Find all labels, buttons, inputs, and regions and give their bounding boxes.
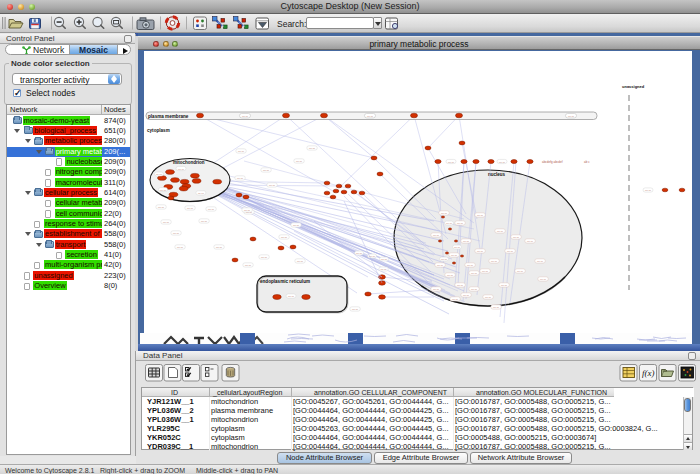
svg-text:ab cd: ab cd — [448, 161, 455, 164]
svg-text:ab cd: ab cd — [477, 214, 484, 217]
svg-text:ab cd: ab cd — [261, 256, 268, 259]
svg-text:cytoplasm: cytoplasm — [147, 128, 170, 133]
svg-text:ab cd: ab cd — [537, 260, 544, 263]
svg-text:ab cd: ab cd — [433, 288, 440, 291]
svg-text:ab c: ab c — [584, 160, 590, 164]
svg-text:ab cd: ab cd — [645, 189, 652, 192]
svg-text:ab cd: ab cd — [447, 274, 454, 277]
svg-text:ab cd: ab cd — [452, 298, 459, 301]
svg-text:plasma membrane: plasma membrane — [148, 114, 189, 119]
svg-text:ab cd: ab cd — [499, 161, 506, 164]
svg-text:ab cd: ab cd — [297, 260, 304, 263]
svg-text:ab cd: ab cd — [187, 207, 194, 210]
svg-text:ab cd: ab cd — [296, 160, 303, 163]
svg-text:ab cd: ab cd — [309, 147, 316, 150]
svg-text:ab cd: ab cd — [381, 268, 388, 271]
svg-text:ab cd: ab cd — [451, 254, 458, 257]
svg-text:ab cd: ab cd — [513, 236, 520, 239]
svg-text:ab cd: ab cd — [281, 236, 288, 239]
svg-text:ab cd: ab cd — [352, 308, 359, 311]
svg-text:nucleus: nucleus — [488, 172, 506, 177]
svg-text:ab cd: ab cd — [163, 221, 170, 224]
svg-text:ab cd: ab cd — [471, 272, 478, 275]
svg-text:ab cd: ab cd — [201, 220, 208, 223]
svg-text:ab cd: ab cd — [457, 284, 464, 287]
svg-text:ab cd: ab cd — [568, 115, 575, 118]
svg-text:ab cd: ab cd — [367, 115, 374, 118]
svg-text:ab cd: ab cd — [244, 209, 251, 212]
svg-text:ab cd: ab cd — [527, 240, 534, 243]
svg-text:ab cd: ab cd — [237, 177, 244, 180]
svg-text:ab cd: ab cd — [433, 234, 440, 237]
svg-text:ab cd: ab cd — [238, 150, 245, 153]
svg-text:abcdefg abcdef: abcdefg abcdef — [542, 160, 563, 164]
svg-text:ab cd: ab cd — [471, 288, 478, 291]
svg-text:ab cd: ab cd — [177, 246, 184, 249]
svg-text:ab cd: ab cd — [457, 222, 464, 225]
svg-text:endoplasmic reticulum: endoplasmic reticulum — [260, 279, 310, 284]
svg-text:ab cd: ab cd — [245, 264, 252, 267]
svg-text:ab cd: ab cd — [485, 296, 492, 299]
svg-text:ab cd: ab cd — [437, 264, 444, 267]
svg-text:ab cd: ab cd — [540, 278, 547, 281]
svg-text:ab cd: ab cd — [441, 212, 448, 215]
svg-text:ab cd: ab cd — [477, 250, 484, 253]
svg-text:ab cd: ab cd — [463, 294, 470, 297]
svg-text:ab cd: ab cd — [454, 246, 461, 249]
svg-text:mitochondrion: mitochondrion — [173, 160, 205, 165]
svg-text:ab cd: ab cd — [482, 270, 489, 273]
svg-text:ab cd: ab cd — [517, 270, 524, 273]
svg-text:ab cd: ab cd — [173, 232, 180, 235]
svg-text:f(x): f(x) — [642, 368, 655, 378]
svg-text:ab cd: ab cd — [269, 184, 276, 187]
svg-text:ab cd: ab cd — [491, 260, 498, 263]
svg-text:ab cd: ab cd — [208, 208, 215, 211]
svg-text:ab cd: ab cd — [467, 264, 474, 267]
svg-text:ab cd: ab cd — [501, 284, 508, 287]
svg-text:ab cd: ab cd — [158, 206, 165, 209]
svg-text:ab cd: ab cd — [160, 189, 167, 192]
svg-text:ab cd: ab cd — [463, 240, 470, 243]
svg-text:ab cd: ab cd — [216, 246, 223, 249]
svg-text:ab cd: ab cd — [156, 173, 163, 176]
svg-text:unassigned: unassigned — [622, 84, 645, 89]
svg-text:ab cd: ab cd — [356, 252, 363, 255]
svg-text:ab cd: ab cd — [178, 168, 185, 171]
svg-text:ab cd: ab cd — [381, 258, 388, 261]
svg-text:ab cd: ab cd — [288, 295, 295, 298]
svg-text:ab cd: ab cd — [446, 222, 453, 225]
svg-text:ab cd: ab cd — [242, 115, 249, 118]
svg-text:ab cd: ab cd — [493, 306, 500, 309]
svg-text:ab cd: ab cd — [507, 250, 514, 253]
svg-text:ab cd: ab cd — [198, 192, 205, 195]
svg-text:ab cd: ab cd — [441, 258, 448, 261]
svg-text:ab cd: ab cd — [497, 230, 504, 233]
svg-text:ab cd: ab cd — [293, 224, 300, 227]
svg-text:ab cd: ab cd — [263, 169, 270, 172]
